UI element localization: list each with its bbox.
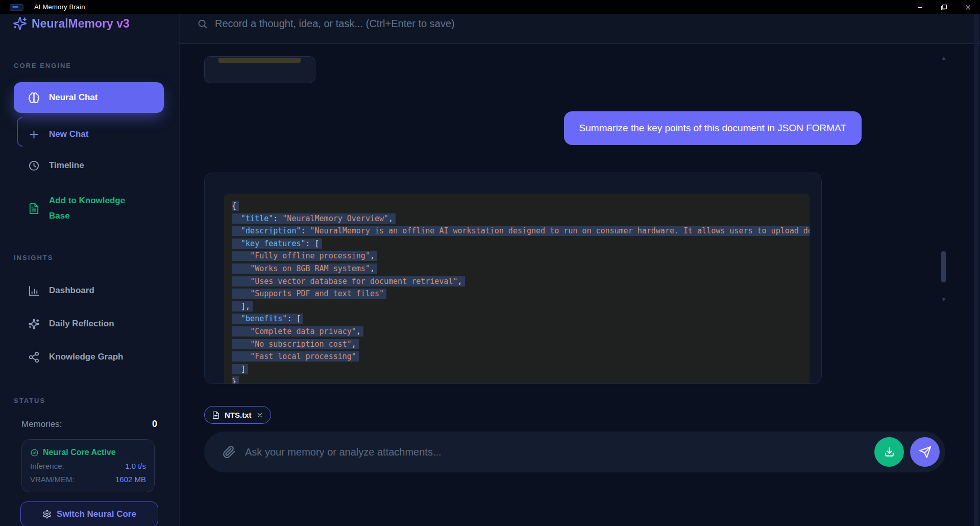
code-line: "No subscription cost", [232, 338, 810, 351]
section-insights: INSIGHTS [14, 254, 53, 261]
vram-label: VRAM/MEM: [30, 475, 75, 484]
memories-count: 0 [152, 419, 157, 429]
sparkles-logo-icon [13, 16, 27, 31]
share-graph-icon [28, 351, 40, 363]
main-area: Summarize the key points of this documen… [180, 14, 980, 526]
chat-scrollbar-thumb[interactable] [941, 251, 946, 282]
bar-chart-icon [28, 285, 40, 297]
sidebar-item-label: Dashboard [49, 285, 94, 296]
window-title: AI Memory Brain [34, 0, 85, 14]
quick-capture-input[interactable] [215, 18, 674, 30]
file-icon [212, 411, 220, 419]
section-status: STATUS [14, 397, 45, 404]
titlebar: AI Memory Brain [0, 0, 980, 14]
inference-value: 1.0 t/s [125, 462, 146, 470]
user-message-text: Summarize the key points of this documen… [579, 123, 846, 134]
assistant-message-card: { "title": "NeuralMemory Overview", "des… [204, 173, 822, 384]
scroll-down-arrow[interactable]: ▼ [940, 297, 948, 302]
sidebar-item-neural-chat[interactable]: Neural Chat [14, 82, 164, 113]
paperclip-icon[interactable] [223, 445, 236, 459]
download-icon [883, 446, 896, 459]
restore-icon [941, 4, 947, 11]
sidebar-item-add-to-knowledge-base[interactable]: Add to Knowledge Base [14, 192, 164, 225]
code-line: "benefits": [ [232, 313, 810, 325]
window-scrollbar-track[interactable] [974, 14, 979, 526]
memories-row: Memories: 0 [21, 419, 157, 429]
code-block[interactable]: { "title": "NeuralMemory Overview", "des… [224, 194, 810, 384]
vram-value: 1602 MB [115, 475, 146, 484]
sidebar-item-label: Add to Knowledge Base [49, 193, 146, 224]
app-window: AI Memory Brain NeuralMemory v3 CORE ENG… [0, 0, 980, 526]
sidebar-item-label: Timeline [49, 160, 84, 171]
inference-label: Inference: [30, 462, 64, 470]
main-header [180, 14, 980, 44]
partial-code-strip [218, 58, 301, 63]
search-icon [197, 18, 208, 29]
composer-bar [204, 432, 945, 472]
close-icon [965, 4, 971, 11]
restore-button[interactable] [932, 0, 956, 14]
send-icon [919, 446, 932, 459]
user-message-bubble: Summarize the key points of this documen… [564, 111, 862, 145]
minimize-button[interactable] [908, 0, 932, 14]
app-name: NeuralMemory v3 [32, 17, 130, 31]
minimize-icon [917, 4, 923, 11]
save-to-memory-button[interactable] [874, 437, 904, 467]
app-icon [10, 4, 23, 11]
check-circle-icon [30, 448, 39, 457]
sidebar-item-daily-reflection[interactable]: Daily Reflection [14, 313, 164, 335]
close-button[interactable] [956, 0, 980, 14]
chat-input[interactable] [245, 446, 874, 458]
code-line: "Supports PDF and text files" [232, 288, 810, 300]
code-line: { [232, 200, 810, 212]
file-text-icon [28, 203, 40, 214]
code-line: ], [232, 300, 810, 313]
code-line: "Fast local processing" [232, 350, 810, 363]
scroll-up-arrow[interactable]: ▲ [940, 55, 948, 60]
sidebar-item-dashboard[interactable]: Dashboard [14, 279, 164, 302]
sidebar: NeuralMemory v3 CORE ENGINE Neural Chat … [0, 14, 180, 526]
code-line: "Works on 8GB RAM systems", [232, 262, 810, 275]
gear-icon [42, 510, 52, 519]
code-line: "Uses vector database for document retri… [232, 275, 810, 288]
sidebar-item-label: New Chat [49, 129, 88, 139]
remove-attachment-icon[interactable] [256, 412, 263, 419]
core-status-header: Neural Core Active [30, 448, 146, 457]
sidebar-item-timeline[interactable]: Timeline [14, 154, 164, 177]
sidebar-item-knowledge-graph[interactable]: Knowledge Graph [14, 346, 164, 368]
sidebar-item-label: Neural Chat [49, 92, 97, 103]
attachment-chip[interactable]: NTS.txt [204, 406, 271, 424]
window-controls [908, 0, 980, 14]
sidebar-item-label: Knowledge Graph [49, 352, 123, 362]
app-logo: NeuralMemory v3 [13, 16, 130, 31]
sidebar-item-new-chat[interactable]: New Chat [14, 123, 164, 146]
code-line: } [232, 375, 810, 384]
code-line: "title": "NeuralMemory Overview", [232, 212, 810, 225]
quick-capture-bar [197, 15, 810, 32]
code-line: "Fully offline processing", [232, 250, 810, 262]
core-status-text: Neural Core Active [43, 448, 116, 457]
vram-row: VRAM/MEM: 1602 MB [30, 475, 146, 484]
previous-message-partial [204, 56, 315, 83]
memories-label: Memories: [21, 419, 62, 429]
switch-neural-core-button[interactable]: Switch Neural Core [20, 501, 158, 526]
section-core-engine: CORE ENGINE [14, 62, 71, 69]
neural-core-status-card: Neural Core Active Inference: 1.0 t/s VR… [21, 439, 155, 492]
plus-icon [28, 129, 40, 140]
clock-icon [28, 160, 40, 172]
brain-icon [28, 92, 40, 104]
attachment-filename: NTS.txt [225, 411, 252, 419]
sidebar-item-label: Daily Reflection [49, 319, 114, 329]
send-button[interactable] [910, 437, 940, 467]
code-line: "key_features": [ [232, 237, 810, 250]
sparkles-icon [28, 318, 40, 330]
code-line: "description": "NeuralMemory is an offli… [232, 225, 810, 237]
switch-button-label: Switch Neural Core [57, 509, 136, 519]
inference-row: Inference: 1.0 t/s [30, 462, 146, 470]
code-line: ] [232, 363, 810, 376]
code-line: "Complete data privacy", [232, 325, 810, 338]
